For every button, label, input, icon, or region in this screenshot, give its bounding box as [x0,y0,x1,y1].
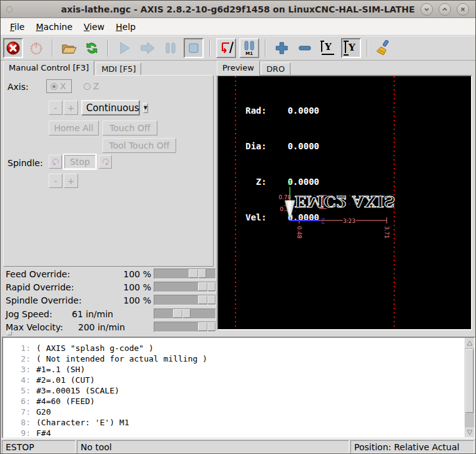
gcode-line[interactable]: 9:F#4 [3,428,464,437]
machine-power-button[interactable] [26,38,46,58]
tool-touch-off-button[interactable]: Tool Touch Off [102,138,176,153]
gcode-line-text: #4=60 (FEED) [31,396,95,407]
stop-button[interactable] [184,38,204,58]
clear-plot-button[interactable] [374,38,394,58]
optional-pause-toggle[interactable]: M1 [239,38,259,58]
axis-z-radio[interactable]: Z [84,81,99,91]
broom-icon [375,39,392,57]
scrollbar-thumb[interactable] [465,349,474,413]
titlebar[interactable]: axis-lathe.ngc - AXIS 2.8.2-10-g6d29f145… [1,1,475,18]
maximize-button[interactable] [439,3,451,16]
chevron-up-icon [442,6,448,12]
gcode-line[interactable]: 2:( Not intended for actual milling ) [3,353,464,364]
spindle-cw-button[interactable] [99,155,112,169]
slider-thumb[interactable] [198,322,216,331]
minimize-button[interactable] [420,3,433,16]
pause-button[interactable] [161,38,181,58]
max-velocity-value: 200 in/min [78,322,125,332]
slider-thumb[interactable] [198,295,216,304]
jog-speed-value: 61 in/min [72,309,113,319]
gcode-scrollbar[interactable] [464,338,474,437]
menu-help[interactable]: Help [110,19,141,34]
view-y-button[interactable]: Y [318,38,338,58]
preview-tabs: Preview DRO [217,62,474,76]
gcode-line-number: 2: [3,353,31,364]
gcode-line[interactable]: 1:( AXIS "splash g-code" ) [3,343,464,353]
scrollbar-track[interactable] [465,348,474,427]
gcode-line-text: F#4 [31,428,51,437]
menu-view[interactable]: View [78,19,110,34]
preview-panel: Preview DRO Rad:0.0000 Dia:0.0000 Z:0.00… [217,62,474,333]
tab-manual-control[interactable]: Manual Control [F3] [3,61,94,76]
gcode-wrap: 1:( AXIS "splash g-code" ) 2:( Not inten… [1,337,475,438]
touch-off-button[interactable]: Touch Off [102,121,157,136]
optional-pause-icon [243,41,255,51]
zoom-in-button[interactable] [272,38,292,58]
feed-override-slider[interactable] [154,269,216,279]
axis-x-radio[interactable]: X [46,79,72,93]
tab-mdi[interactable]: MDI [F5] [96,62,141,76]
skip-lines-toggle[interactable] [216,38,236,58]
skip-lines-icon [219,41,234,56]
slider-thumb[interactable] [189,269,206,278]
estop-button[interactable] [3,38,23,58]
zoom-out-button[interactable] [295,38,315,58]
preview-canvas[interactable]: Rad:0.0000 Dia:0.0000 Z:0.0000 Vel:0.000… [218,76,471,329]
tab-preview[interactable]: Preview [217,61,260,76]
reload-icon [84,40,100,56]
toolbar-separator [367,39,368,57]
m1-label: M1 [243,52,255,56]
gcode-line[interactable]: 4:#2=.01 (CUT) [3,375,464,385]
gcode-line[interactable]: 5:#3=.00015 (SCALE) [3,385,464,396]
view-y-icon: Y [320,41,335,56]
folder-icon [61,40,77,56]
gcode-listing[interactable]: 1:( AXIS "splash g-code" ) 2:( Not inten… [2,337,475,438]
close-button[interactable] [457,3,469,16]
spindle-stop-button[interactable]: Stop [64,155,96,169]
open-file-button[interactable] [59,38,79,58]
menu-machine[interactable]: Machine [30,19,78,34]
max-velocity-slider[interactable] [154,322,216,332]
gcode-line[interactable]: 3:#1=.1 (SH) [3,364,464,375]
run-button[interactable] [114,38,134,58]
gcode-line-text: ( AXIS "splash g-code" ) [31,343,154,353]
home-all-button[interactable]: Home All [49,121,99,136]
tab-dro[interactable]: DRO [261,62,290,76]
gcode-line-number: 6: [3,396,31,407]
pane-sash-grip[interactable] [7,331,12,335]
rapid-override-slider[interactable] [154,282,216,292]
spindle-minus-button[interactable]: - [49,174,62,188]
spindle-override-slider[interactable] [154,295,216,305]
gcode-line-number: 9: [3,428,31,437]
preview-scene: EMC2 AXIS 3.23 0.48 3.71 0.78 [218,76,471,329]
window-title: axis-lathe.ngc - AXIS 2.8.2-10-g6d29f145… [1,4,475,14]
stop-icon [187,41,201,55]
feed-override-value: 100 % [97,269,151,279]
scroll-up-arrow[interactable] [465,338,474,348]
spindle-plus-button[interactable]: + [64,174,78,188]
view-y2-button[interactable]: Y [341,38,361,58]
gcode-line-number: 7: [3,407,31,417]
gcode-line[interactable]: 7:G20 [3,407,464,417]
jog-plus-button[interactable]: + [64,101,78,115]
menu-file[interactable]: File [4,19,30,34]
gcode-line[interactable]: 6:#4=60 (FEED) [3,396,464,407]
spindle-ccw-button[interactable] [49,155,62,169]
gcode-line-text: #1=.1 (SH) [31,364,85,375]
toolbar-separator [209,39,211,57]
gcode-line[interactable]: 8:(Character: 'E') M1 [3,417,464,428]
slider-thumb[interactable] [198,282,216,291]
jog-mode-value: Continuous [86,102,139,114]
jog-minus-button[interactable]: - [49,101,62,115]
gcode-text[interactable]: 1:( AXIS "splash g-code" ) 2:( Not inten… [3,338,464,437]
main-content: Manual Control [F3] MDI [F5] Axis: X Z -… [1,61,475,337]
slider-thumb[interactable] [173,309,191,318]
scroll-down-arrow[interactable] [465,427,474,437]
jog-mode-dropdown[interactable]: Continuous ▼ [81,100,140,116]
jog-speed-slider[interactable] [154,308,216,319]
reload-button[interactable] [82,38,102,58]
step-button[interactable] [137,38,157,58]
feed-override-label: Feed Override: [6,269,70,279]
status-tool: No tool [77,440,349,453]
manual-control-frame: Axis: X Z - + Continuous ▼ Home All Touc… [3,75,214,267]
